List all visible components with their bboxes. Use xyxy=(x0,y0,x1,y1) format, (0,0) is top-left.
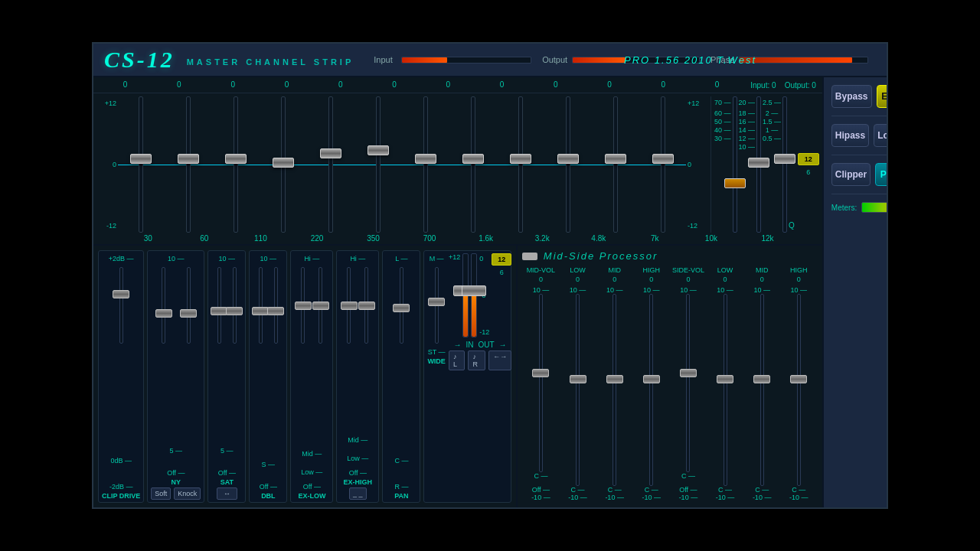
eq-band-9-knob[interactable] xyxy=(557,154,579,164)
eq-on-button[interactable]: EQ on xyxy=(877,85,888,108)
bypass-button[interactable]: Bypass xyxy=(831,85,872,108)
mss-f3-track[interactable] xyxy=(612,294,616,486)
pan-fader[interactable] xyxy=(400,267,403,452)
out-L-btn[interactable]: ♪ L xyxy=(449,350,466,370)
mss-fader-col-7[interactable]: 10 — C — -10 — xyxy=(745,286,779,501)
clip-drive-fader[interactable] xyxy=(119,267,123,452)
eq-band-5[interactable] xyxy=(355,96,400,233)
eq-band-5-knob[interactable] xyxy=(368,145,389,155)
eq-band-3[interactable] xyxy=(260,96,305,233)
mss-fader-col-3[interactable]: 10 — C — -10 — xyxy=(597,286,632,501)
sat-fader-2[interactable] xyxy=(233,267,237,442)
ny-fader-2[interactable] xyxy=(187,267,191,442)
ny-track-2[interactable] xyxy=(187,267,191,344)
eq-right-fader-2-knob[interactable] xyxy=(748,158,769,168)
eq-band-7[interactable] xyxy=(451,96,496,233)
eq-band-6-knob[interactable] xyxy=(415,154,436,164)
eq-band-0[interactable] xyxy=(118,96,163,233)
eq-band-2-track[interactable] xyxy=(234,96,238,233)
mss-fader-col-5[interactable]: 10 — C — Off — -10 — xyxy=(671,286,705,501)
output-level-knob-2[interactable] xyxy=(462,285,486,296)
ex-high-knob[interactable] xyxy=(341,302,358,310)
ny-knock-btn[interactable]: Knock xyxy=(174,487,201,500)
mss-fader-col-1[interactable]: 10 — C — Off — -10 — xyxy=(524,286,558,501)
mss-f7-track[interactable] xyxy=(760,294,764,486)
eq-band-2-knob[interactable] xyxy=(225,154,247,164)
ex-low-track[interactable] xyxy=(301,267,305,344)
mss-f3-knob[interactable] xyxy=(606,375,623,383)
dbl-expand-btn[interactable]: ↔ xyxy=(217,487,237,500)
eq-band-8[interactable] xyxy=(498,96,544,233)
eq-right-fader-1[interactable] xyxy=(733,96,737,233)
ex-high-blank-btn[interactable]: _ _ xyxy=(349,487,367,500)
dbl-fader[interactable] xyxy=(259,267,263,456)
dbl-track-2[interactable] xyxy=(274,267,278,344)
ex-low-fader[interactable] xyxy=(301,267,305,445)
eq-band-1[interactable] xyxy=(165,96,211,233)
ex-high-knob-2[interactable] xyxy=(358,302,375,310)
out-lr-btn[interactable]: ←→ xyxy=(488,350,511,370)
eq-band-8-knob[interactable] xyxy=(510,154,531,164)
wide-knob[interactable] xyxy=(428,298,445,306)
eq-band-10[interactable] xyxy=(593,96,639,233)
eq-right-fader-2[interactable] xyxy=(756,96,761,233)
mss-f1-track[interactable] xyxy=(539,294,543,472)
ex-high-track-2[interactable] xyxy=(364,267,368,344)
mss-f2-track[interactable] xyxy=(576,294,580,486)
mss-f5-knob[interactable] xyxy=(680,369,697,377)
ex-high-fader-2[interactable] xyxy=(364,267,368,432)
eq-band-6[interactable] xyxy=(403,96,448,233)
eq-right-fader-3-track[interactable] xyxy=(782,96,787,233)
eq-band-6-track[interactable] xyxy=(423,96,428,233)
ex-low-track-2[interactable] xyxy=(318,267,322,344)
mss-fader-col-4[interactable]: 10 — C — -10 — xyxy=(634,286,668,501)
clipper-button[interactable]: Clipper xyxy=(831,163,871,186)
ny-track[interactable] xyxy=(162,267,165,344)
mss-f4-knob[interactable] xyxy=(643,375,660,383)
eq-band-9[interactable] xyxy=(546,96,591,233)
eq-right-fader-2-track[interactable] xyxy=(756,96,761,233)
eq-band-1-knob[interactable] xyxy=(178,154,199,164)
eq-band-10-knob[interactable] xyxy=(605,154,626,164)
mss-f6-knob[interactable] xyxy=(717,375,733,383)
ex-low-fader-2[interactable] xyxy=(318,267,322,445)
eq-right-fader-3-knob[interactable] xyxy=(774,154,795,164)
eq-band-3-knob[interactable] xyxy=(273,158,294,168)
dbl-knob[interactable] xyxy=(252,307,269,315)
eq-band-10-track[interactable] xyxy=(613,96,618,233)
ny-fader[interactable] xyxy=(162,267,165,442)
ex-low-knob-2[interactable] xyxy=(312,302,329,310)
ex-low-knob[interactable] xyxy=(295,302,312,310)
eq-right-fader-1-knob[interactable] xyxy=(724,178,746,188)
wide-fader[interactable] xyxy=(435,267,439,344)
dbl-fader-2[interactable] xyxy=(274,267,278,456)
mss-f4-track[interactable] xyxy=(649,294,653,486)
eq-right-fader-3[interactable] xyxy=(782,96,787,233)
eq-band-11[interactable] xyxy=(641,96,686,233)
sat-track[interactable] xyxy=(217,267,221,344)
ny-knob[interactable] xyxy=(155,309,172,318)
ex-high-track[interactable] xyxy=(347,267,351,344)
mss-f8-track[interactable] xyxy=(797,294,801,486)
eq-band-11-track[interactable] xyxy=(661,96,665,233)
output-level-track-2[interactable] xyxy=(471,253,477,337)
eq-band-0-track[interactable] xyxy=(139,96,143,233)
out-R-btn[interactable]: ♪ R xyxy=(468,350,485,370)
pan-track[interactable] xyxy=(400,267,403,344)
eq-band-9-track[interactable] xyxy=(566,96,570,233)
eq-band-1-track[interactable] xyxy=(186,96,191,233)
mss-f7-knob[interactable] xyxy=(753,375,770,383)
sat-knob-2[interactable] xyxy=(226,307,243,315)
eq-band-2[interactable] xyxy=(213,96,258,233)
dbl-knob-2[interactable] xyxy=(267,307,284,315)
hipass-button[interactable]: Hipass xyxy=(831,124,869,147)
mss-fader-col-2[interactable]: 10 — C — -10 — xyxy=(560,286,595,501)
wide-track[interactable] xyxy=(435,267,439,344)
clip-drive-track[interactable] xyxy=(119,267,123,344)
mss-f5-track[interactable] xyxy=(686,294,690,472)
mss-f8-knob[interactable] xyxy=(790,375,807,383)
eq-band-7-track[interactable] xyxy=(471,96,475,233)
mss-fader-col-6[interactable]: 10 — C — -10 — xyxy=(707,286,742,501)
lopass-button[interactable]: Lopass xyxy=(874,124,888,147)
dbl-track[interactable] xyxy=(259,267,263,344)
